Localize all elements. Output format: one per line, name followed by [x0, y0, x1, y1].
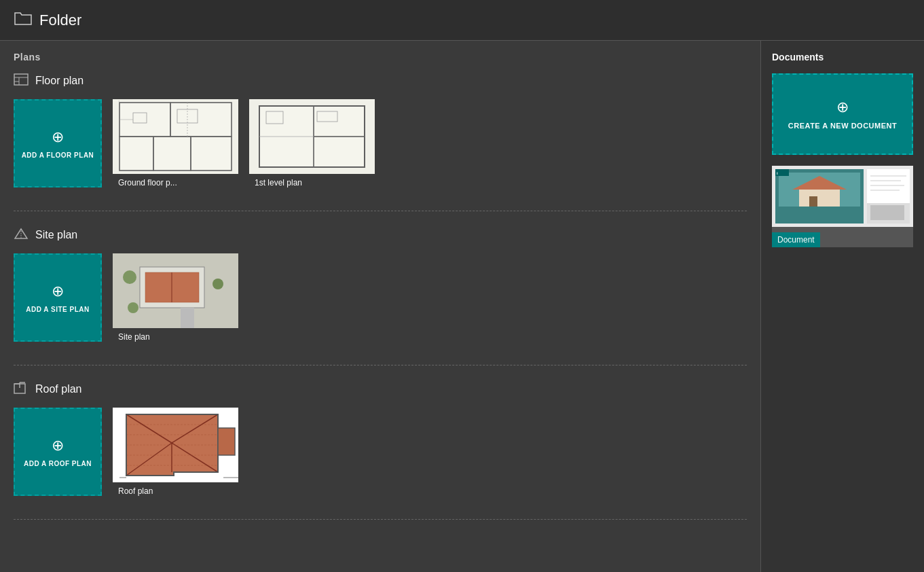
main-layout: Plans Floor plan ⊕ ADD A FLOOR — [0, 41, 924, 572]
first-level-card[interactable]: 1st level plan — [249, 99, 375, 194]
ground-floor-label: Ground floor p... — [113, 174, 238, 194]
documents-title: Documents — [772, 52, 913, 62]
site-plan-thumbnail — [113, 253, 238, 328]
svg-rect-64 — [870, 205, 904, 220]
divider-3 — [14, 519, 747, 520]
roof-plan-label-text: Roof plan — [113, 482, 238, 503]
svg-point-29 — [123, 270, 136, 284]
page-title: Folder — [39, 12, 81, 29]
svg-rect-28 — [181, 308, 194, 328]
floor-plan-header: Floor plan — [14, 73, 747, 88]
svg-rect-49 — [218, 428, 235, 455]
site-plan-section: Site plan ⊕ ADD A SITE PLAN — [14, 228, 747, 348]
add-floor-plan-icon: ⊕ — [52, 128, 64, 146]
document-thumbnail: i — [772, 166, 913, 227]
site-plan-icon — [14, 228, 29, 243]
create-doc-icon: ⊕ — [836, 99, 849, 116]
add-roof-plan-icon: ⊕ — [52, 437, 64, 454]
site-plan-label-text: Site plan — [113, 328, 238, 348]
site-plan-label: Site plan — [35, 229, 77, 241]
add-floor-plan-card[interactable]: ⊕ ADD A FLOOR PLAN — [14, 99, 102, 187]
roof-plan-section: Roof plan ⊕ ADD A ROOF PLAN — [14, 382, 747, 503]
folder-icon — [14, 10, 33, 30]
add-roof-plan-card[interactable]: ⊕ ADD A ROOF PLAN — [14, 408, 102, 496]
site-plan-items: ⊕ ADD A SITE PLAN — [14, 253, 747, 348]
document-card[interactable]: i Document — [772, 166, 913, 247]
roof-plan-icon — [14, 382, 29, 397]
site-plan-header: Site plan — [14, 228, 747, 243]
add-roof-plan-label: ADD A ROOF PLAN — [24, 460, 92, 467]
first-level-label: 1st level plan — [249, 174, 375, 194]
create-document-card[interactable]: ⊕ CREATE A NEW DOCUMENT — [772, 73, 913, 155]
svg-rect-56 — [799, 190, 840, 207]
svg-point-31 — [128, 302, 138, 313]
left-panel: Plans Floor plan ⊕ ADD A FLOOR — [0, 41, 761, 572]
add-floor-plan-label: ADD A FLOOR PLAN — [22, 151, 94, 159]
roof-plan-header: Roof plan — [14, 382, 747, 397]
right-panel: Documents ⊕ CREATE A NEW DOCUMENT — [761, 41, 924, 572]
site-plan-card[interactable]: Site plan — [113, 253, 238, 348]
divider-1 — [14, 211, 747, 211]
add-site-plan-label: ADD A SITE PLAN — [26, 306, 89, 313]
svg-rect-57 — [809, 196, 817, 207]
document-label: Document — [772, 232, 820, 247]
floor-plan-section: Floor plan ⊕ ADD A FLOOR PLAN — [14, 73, 747, 194]
divider-2 — [14, 365, 747, 365]
create-doc-label: CREATE A NEW DOCUMENT — [788, 122, 897, 130]
floor-plan-items: ⊕ ADD A FLOOR PLAN — [14, 99, 747, 194]
roof-plan-thumbnail — [113, 408, 238, 482]
ground-floor-card[interactable]: ↕ Ground floor p... — [113, 99, 238, 194]
roof-plan-items: ⊕ ADD A ROOF PLAN — [14, 408, 747, 503]
first-level-thumbnail — [249, 99, 375, 174]
plans-section-title: Plans — [14, 52, 747, 62]
header: Folder — [0, 0, 924, 41]
roof-plan-card[interactable]: Roof plan — [113, 408, 238, 503]
svg-rect-0 — [14, 74, 28, 85]
svg-point-30 — [212, 279, 223, 289]
floor-plan-icon — [14, 73, 29, 88]
ground-floor-thumbnail: ↕ — [113, 99, 238, 174]
svg-text:↕: ↕ — [118, 99, 119, 103]
add-site-plan-icon: ⊕ — [52, 283, 64, 300]
floor-plan-label: Floor plan — [35, 75, 84, 87]
roof-plan-label: Roof plan — [35, 383, 82, 395]
add-site-plan-card[interactable]: ⊕ ADD A SITE PLAN — [14, 253, 102, 342]
